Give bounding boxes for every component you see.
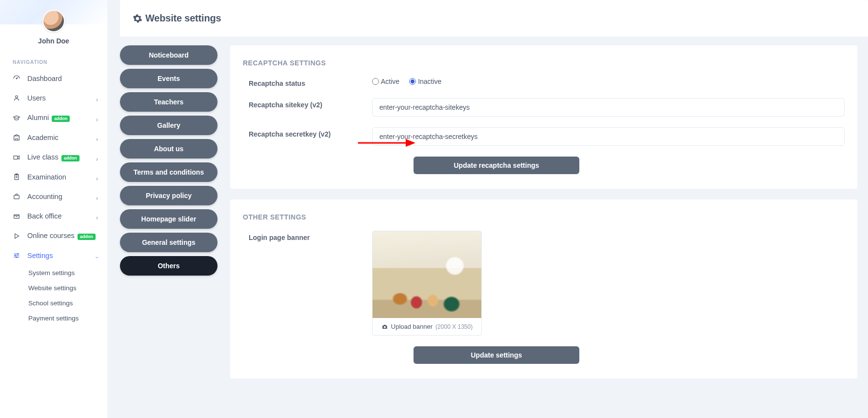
nav-label: Alumni addon [27,114,88,122]
addon-badge: addon [52,116,70,122]
recaptcha-secretkey-row: Recaptcha secretkey (v2) [243,127,845,146]
nav-label: Live class addon [27,153,88,161]
sub-tab-gallery[interactable]: Gallery [120,116,217,135]
page-header: Website settings [120,0,868,37]
nav-item-dashboard[interactable]: Dashboard [0,69,107,88]
chevron-right-icon [95,116,99,120]
sub-item-school-settings[interactable]: School settings [28,296,107,311]
nav-label: Settings [27,252,88,259]
play-icon [13,232,20,240]
update-recaptcha-button[interactable]: Update recaptcha settings [414,157,579,174]
sub-tab-others[interactable]: Others [120,256,217,276]
nav-label: Dashboard [27,75,99,82]
sub-tab-homepage-slider[interactable]: Homepage slider [120,209,217,229]
sub-tab-noticeboard[interactable]: Noticeboard [120,45,217,65]
recaptcha-submit-row: Update recaptcha settings [414,157,845,174]
camera-icon [381,323,388,330]
radio-active[interactable]: Active [372,78,399,85]
other-submit-row: Update settings [414,346,845,364]
recaptcha-sitekey-row: Recaptcha sitekey (v2) [243,98,845,117]
svg-point-8 [18,254,19,255]
box-icon [13,212,20,220]
recaptcha-status-label: Recaptcha status [243,77,372,87]
video-icon [13,154,20,161]
chevron-right-icon [95,136,99,139]
recaptcha-status-radios: Active Inactive [372,78,845,85]
page-title: Website settings [145,13,221,24]
nav-item-examination[interactable]: Examination [0,167,107,187]
profile-block: John Doe [0,0,107,51]
recaptcha-status-row: Recaptcha status Active Inactive [243,77,845,87]
nav-item-accounting[interactable]: Accounting [0,187,107,206]
clipboard-icon [13,173,20,181]
nav-item-back-office[interactable]: Back office [0,206,107,226]
radio-active-input[interactable] [372,78,379,85]
radio-active-label: Active [381,78,399,85]
recaptcha-sitekey-label: Recaptcha sitekey (v2) [243,98,372,109]
sidebar: John Doe NAVIGATION Dashboard Users Alum… [0,0,107,418]
nav-item-settings[interactable]: Settings [0,246,107,265]
nav-item-live-class[interactable]: Live class addon [0,147,107,167]
nav-label: Examination [27,173,88,181]
banner-row: Login page banner Upload banner (2000 X … [243,231,845,336]
nav-item-academic[interactable]: Academic [0,128,107,147]
nav-label-text: Online courses [27,232,75,239]
content-row: Noticeboard Events Teachers Gallery Abou… [107,45,868,418]
nav-label-text: Live class [27,153,59,161]
svg-point-13 [384,326,386,328]
main: Website settings Noticeboard Events Teac… [107,0,868,418]
sub-tab-terms[interactable]: Terms and conditions [120,162,217,182]
radio-inactive-input[interactable] [409,78,416,85]
addon-badge: addon [78,234,96,240]
banner-caption: Upload banner (2000 X 1350) [373,318,481,335]
chevron-right-icon [95,195,99,199]
sliders-icon [13,252,20,259]
recaptcha-secretkey-label: Recaptcha secretkey (v2) [243,127,372,138]
sub-tab-teachers[interactable]: Teachers [120,92,217,112]
avatar[interactable] [42,10,65,32]
nav-item-users[interactable]: Users [0,88,107,108]
sub-item-system-settings[interactable]: System settings [28,265,107,280]
sub-tab-general-settings[interactable]: General settings [120,233,217,252]
other-settings-card: OTHER SETTINGS Login page banner Upload … [230,199,857,378]
chevron-down-icon [95,254,99,258]
sub-tab-about-us[interactable]: About us [120,139,217,159]
chevron-right-icon [95,96,99,100]
recaptcha-secretkey-input[interactable] [372,127,845,146]
nav-item-online-courses[interactable]: Online courses addon [0,226,107,246]
chevron-right-icon [95,175,99,179]
update-settings-button[interactable]: Update settings [414,346,579,364]
nav-label: Back office [27,212,88,220]
building-icon [13,134,20,141]
nav-label: Academic [27,134,88,141]
user-icon [13,94,20,102]
sub-tab-events[interactable]: Events [120,69,217,88]
addon-badge: addon [61,155,79,161]
nav-heading: NAVIGATION [0,51,107,69]
briefcase-icon [13,193,20,200]
svg-rect-3 [14,156,18,159]
svg-point-0 [16,78,17,79]
gauge-icon [13,75,20,82]
radio-inactive-label: Inactive [418,78,441,85]
svg-point-9 [15,255,16,256]
other-settings-title: OTHER SETTINGS [243,213,845,221]
nav-label: Accounting [27,193,88,200]
svg-point-1 [16,96,18,98]
sub-item-payment-settings[interactable]: Payment settings [28,311,107,326]
nav-item-alumni[interactable]: Alumni addon [0,108,107,128]
radio-inactive[interactable]: Inactive [409,78,441,85]
sub-tabs: Noticeboard Events Teachers Gallery Abou… [120,45,217,378]
banner-card[interactable]: Upload banner (2000 X 1350) [372,231,482,336]
recaptcha-sitekey-input[interactable] [372,98,845,117]
forms-column: RECAPTCHA SETTINGS Recaptcha status Acti… [230,45,868,378]
svg-rect-6 [14,195,20,199]
sub-tab-privacy[interactable]: Privacy policy [120,186,217,205]
banner-upload-dim: (2000 X 1350) [435,323,473,330]
recaptcha-card: RECAPTCHA SETTINGS Recaptcha status Acti… [230,45,857,189]
nav-label-text: Alumni [27,114,49,121]
settings-sub-list: System settings Website settings School … [0,265,107,326]
sub-item-website-settings[interactable]: Website settings [28,280,107,296]
nav-label: Users [27,94,88,102]
profile-name: John Doe [38,37,69,45]
